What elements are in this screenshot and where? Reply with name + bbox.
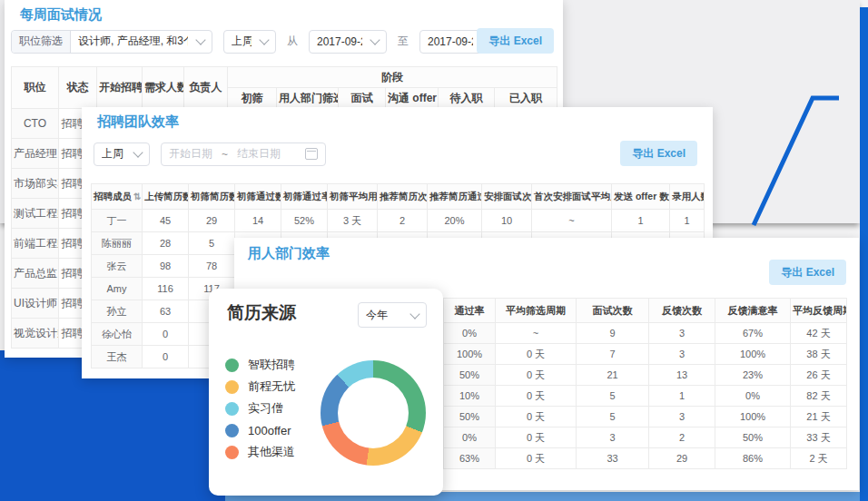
resume-source-title: 简历来源 xyxy=(227,301,296,325)
table-row: 0%0 天3250%33 天 xyxy=(444,427,847,448)
column-header: 推荐简历通过率 xyxy=(428,184,482,210)
table-cell: 3 xyxy=(649,344,715,365)
table-cell: 45 xyxy=(143,210,189,232)
column-header: 发送 offer 数量 xyxy=(612,184,670,210)
chevron-down-icon xyxy=(133,147,143,157)
stage-group-header: 阶段 xyxy=(228,67,557,88)
column-header: 职位 xyxy=(12,67,59,109)
source-period-select[interactable]: 今年 xyxy=(358,302,427,328)
column-header: 初筛通过率 xyxy=(281,184,328,210)
column-header: 初筛通过数 xyxy=(235,184,281,210)
legend-item[interactable]: 前程无忧 xyxy=(225,379,295,394)
column-header: 首次安排面试平均用时 xyxy=(532,184,612,210)
from-label: 从 xyxy=(287,34,298,49)
department-card-title: 用人部门效率 xyxy=(248,245,330,262)
range-separator: ~ xyxy=(222,148,228,161)
table-cell: 100% xyxy=(715,407,791,427)
legend-item[interactable]: 实习僧 xyxy=(225,401,295,416)
table-cell: 0 天 xyxy=(496,344,577,365)
table-cell: 23% xyxy=(715,365,791,386)
legend-dot-icon xyxy=(225,446,239,459)
stage-column-header: 已入职 xyxy=(495,88,557,109)
column-header: 开始招聘时间 xyxy=(97,67,143,109)
end-date-placeholder: 结束日期 xyxy=(237,146,281,162)
table-cell: 29 xyxy=(649,448,715,469)
table-row: 63%0 天332986%2 天 xyxy=(444,448,847,469)
column-header: 初筛简历数 xyxy=(189,184,235,210)
legend-dot-icon xyxy=(225,402,239,416)
table-cell: 116 xyxy=(143,278,189,300)
column-header: 通过率 xyxy=(444,299,496,323)
table-cell: 63 xyxy=(143,300,189,323)
table-cell: 3 xyxy=(577,427,649,448)
column-header: 初筛平均用时 xyxy=(328,184,378,210)
weekly-period-select[interactable]: 上周 xyxy=(223,30,276,54)
legend-label: 实习僧 xyxy=(248,400,283,417)
table-cell: Amy xyxy=(92,278,143,300)
table-cell: ~ xyxy=(532,210,612,232)
table-header-row: 招聘成员⇅上传简历数初筛简历数初筛通过数初筛通过率初筛平均用时推荐简历次数推荐简… xyxy=(92,184,705,210)
table-cell: 2 天 xyxy=(791,448,847,469)
stage-column-header: 沟通 offer xyxy=(386,88,439,109)
legend-dot-icon xyxy=(225,359,239,372)
export-excel-button[interactable]: 导出 Excel xyxy=(620,141,697,166)
table-cell: 0 xyxy=(143,346,189,368)
table-cell: 50% xyxy=(444,365,496,386)
table-cell: 98 xyxy=(143,255,189,278)
table-cell: 产品总监 xyxy=(12,259,59,289)
export-excel-button[interactable]: 导出 Excel xyxy=(769,260,846,285)
sort-icon[interactable]: ⇅ xyxy=(133,192,141,201)
table-cell: 0% xyxy=(444,323,496,344)
decorative-line-chart-icon xyxy=(746,89,846,231)
legend-item[interactable]: 其他渠道 xyxy=(225,445,295,459)
table-cell: 10% xyxy=(444,386,496,407)
table-cell: 徐心怡 xyxy=(92,323,143,346)
export-excel-button[interactable]: 导出 Excel xyxy=(477,28,554,54)
table-cell: 前端工程师 xyxy=(12,229,59,259)
column-header: 状态 xyxy=(59,67,97,109)
table-cell: 21 天 xyxy=(791,407,847,427)
column-header: 反馈次数 xyxy=(649,299,715,323)
table-cell: 100% xyxy=(444,344,496,365)
table-cell: 1 xyxy=(612,210,670,232)
table-cell: 38 天 xyxy=(791,344,847,365)
legend-item[interactable]: 100offer xyxy=(225,423,295,437)
legend-item[interactable]: 智联招聘 xyxy=(225,358,295,372)
date-range-picker[interactable]: 开始日期 ~ 结束日期 xyxy=(161,142,326,166)
start-date-select[interactable]: 2017-09-20 xyxy=(309,30,387,54)
table-cell: 82 天 xyxy=(791,386,847,407)
table-cell: 测试工程师 xyxy=(12,199,59,229)
table-cell: 78 xyxy=(189,255,235,278)
table-cell: 丁一 xyxy=(92,210,143,232)
table-cell: 0 xyxy=(143,323,189,346)
column-header-sortable[interactable]: 招聘成员⇅ xyxy=(92,184,143,210)
column-header: 需求人数 xyxy=(143,67,184,109)
stage-column-header: 用人部门筛选 xyxy=(277,88,339,109)
table-cell: 3 xyxy=(649,407,715,427)
table-cell: 28 xyxy=(143,232,189,255)
position-filter-value: 设计师, 产品经理, 和3个其他职位 xyxy=(78,34,188,49)
table-cell: 10 xyxy=(482,210,532,232)
table-cell: 王杰 xyxy=(92,346,143,368)
table-cell: 13 xyxy=(649,365,715,386)
table-cell: 1 xyxy=(649,386,715,407)
table-cell: 100% xyxy=(715,344,791,365)
position-filter-select[interactable]: 职位筛选 设计师, 产品经理, 和3个其他职位 xyxy=(11,30,212,54)
column-header: 面试次数 xyxy=(577,299,649,323)
table-cell: 0 天 xyxy=(496,386,577,407)
legend-label: 100offer xyxy=(248,424,291,437)
table-row: 100%0 天73100%38 天 xyxy=(444,344,847,365)
column-header: 平均筛选周期 xyxy=(496,299,577,323)
table-row: 50%0 天53100%21 天 xyxy=(444,407,847,427)
stage-column-header: 待入职 xyxy=(439,88,495,109)
table-cell: 9 xyxy=(577,323,649,344)
column-header: 上传简历数 xyxy=(143,184,189,210)
column-header: 推荐简历次数 xyxy=(378,184,428,210)
team-period-select[interactable]: 上周 xyxy=(94,142,150,166)
table-cell: 0 天 xyxy=(496,427,577,448)
resume-source-card: 简历来源 今年 智联招聘前程无忧实习僧100offer其他渠道 xyxy=(209,289,443,496)
table-cell: 0 天 xyxy=(496,407,577,427)
chart-legend: 智联招聘前程无忧实习僧100offer其他渠道 xyxy=(225,358,295,467)
to-label: 至 xyxy=(398,34,409,49)
column-header: 负责人 xyxy=(184,67,228,109)
